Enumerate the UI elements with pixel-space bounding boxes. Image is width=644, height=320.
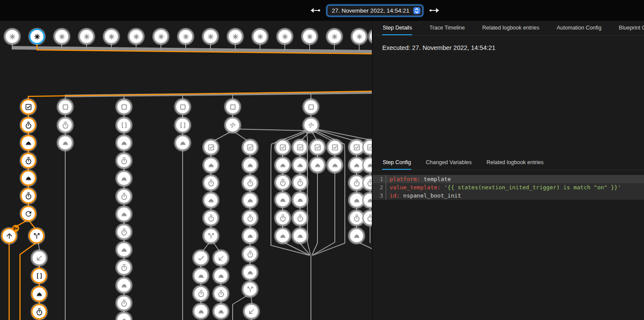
square-icon[interactable] — [225, 99, 240, 115]
timer-icon[interactable] — [242, 210, 258, 226]
timer-icon[interactable] — [20, 188, 36, 204]
tab-trace-timeline[interactable]: Trace Timeline — [429, 21, 465, 35]
dome-icon[interactable] — [213, 268, 229, 284]
dome-icon[interactable] — [349, 228, 364, 244]
square-icon[interactable] — [303, 99, 319, 115]
refresh-icon[interactable] — [20, 206, 36, 221]
timer-icon[interactable] — [213, 286, 229, 301]
dome-icon[interactable] — [292, 228, 308, 244]
timer-icon[interactable] — [242, 246, 258, 262]
dome-icon[interactable] — [193, 304, 209, 319]
previous-run-icon[interactable] — [310, 5, 321, 16]
tab-step-details[interactable]: Step Details — [382, 21, 412, 35]
decision-icon[interactable] — [303, 117, 319, 133]
dome-icon[interactable] — [193, 268, 209, 284]
dome-icon[interactable] — [203, 157, 219, 173]
decision-icon[interactable] — [225, 117, 240, 133]
tab-changed-variables[interactable]: Changed Variables — [425, 155, 472, 170]
dome-icon[interactable] — [20, 135, 36, 151]
next-run-icon[interactable] — [429, 5, 440, 16]
checkbox-icon[interactable] — [292, 139, 308, 155]
timer-icon[interactable] — [116, 153, 132, 168]
asterisk-icon[interactable] — [178, 29, 194, 44]
dome-icon[interactable] — [116, 135, 132, 151]
timer-icon[interactable] — [31, 304, 47, 320]
dome-icon[interactable] — [116, 277, 132, 293]
dome-icon[interactable] — [116, 171, 132, 186]
square-icon[interactable] — [57, 99, 73, 115]
square-icon[interactable] — [116, 99, 132, 115]
dome-icon[interactable] — [310, 157, 325, 173]
timer-icon[interactable] — [242, 175, 258, 191]
check-icon[interactable] — [193, 250, 209, 266]
arrow-down-left-icon[interactable] — [31, 250, 47, 266]
asterisk-icon[interactable] — [29, 29, 45, 44]
timer-icon[interactable] — [116, 295, 132, 311]
asterisk-icon[interactable] — [302, 29, 317, 44]
dome-icon[interactable] — [292, 192, 308, 208]
call-split-icon[interactable] — [203, 228, 219, 244]
arrow-up-icon[interactable]: 9+ — [1, 228, 17, 244]
asterisk-icon[interactable] — [103, 29, 119, 44]
dome-icon[interactable] — [242, 157, 258, 173]
dome-icon[interactable] — [327, 157, 343, 173]
checkbox-icon[interactable] — [242, 139, 258, 155]
dome-icon[interactable] — [213, 304, 229, 319]
timer-icon[interactable] — [203, 175, 219, 191]
asterisk-icon[interactable] — [4, 29, 20, 44]
dome-icon[interactable] — [275, 192, 290, 208]
checkbox-icon[interactable] — [310, 139, 325, 155]
dome-icon[interactable] — [242, 228, 258, 244]
asterisk-icon[interactable] — [203, 29, 218, 44]
square-icon[interactable] — [175, 99, 190, 115]
dome-icon[interactable] — [242, 264, 258, 280]
dome-icon[interactable] — [57, 135, 73, 151]
tab-blueprint-config[interactable]: Blueprint Config — [618, 21, 644, 35]
call-split-icon[interactable] — [29, 228, 44, 244]
checkbox-icon[interactable] — [20, 99, 36, 115]
timer-icon[interactable] — [116, 188, 132, 204]
arrow-down-left-icon[interactable] — [213, 250, 229, 266]
timer-icon[interactable] — [20, 117, 36, 133]
asterisk-icon[interactable] — [252, 29, 268, 44]
timer-icon[interactable] — [203, 210, 219, 226]
asterisk-icon[interactable] — [79, 29, 94, 44]
dome-icon[interactable] — [31, 286, 47, 302]
checkbox-icon[interactable] — [275, 139, 290, 155]
trace-graph-canvas[interactable]: 9+ — [0, 21, 372, 320]
dome-icon[interactable] — [116, 206, 132, 222]
timer-icon[interactable] — [116, 224, 132, 240]
checkbox-icon[interactable] — [203, 139, 219, 155]
brackets-icon[interactable] — [116, 117, 132, 133]
dome-icon[interactable] — [275, 228, 290, 244]
checkbox-icon[interactable] — [327, 139, 343, 155]
timer-icon[interactable] — [275, 210, 290, 226]
timer-icon[interactable] — [57, 117, 73, 133]
asterisk-icon[interactable] — [128, 29, 144, 44]
timer-icon[interactable] — [292, 175, 308, 190]
asterisk-icon[interactable] — [227, 29, 243, 44]
brackets-icon[interactable] — [31, 268, 47, 284]
dome-icon[interactable] — [20, 170, 36, 186]
brackets-icon[interactable] — [175, 117, 190, 133]
dome-icon[interactable] — [116, 242, 132, 257]
asterisk-icon[interactable] — [327, 29, 342, 44]
tab-related-logbook-entries[interactable]: Related logbook entries — [482, 21, 540, 35]
dome-icon[interactable] — [292, 157, 308, 173]
dome-icon[interactable] — [242, 192, 258, 208]
asterisk-icon[interactable] — [277, 29, 293, 44]
asterisk-icon[interactable] — [54, 29, 70, 44]
tab-step-config[interactable]: Step Config — [382, 155, 411, 170]
timer-icon[interactable] — [275, 175, 290, 190]
arrow-down-left-icon[interactable] — [244, 304, 259, 319]
timer-icon[interactable] — [292, 210, 308, 226]
dome-icon[interactable] — [275, 157, 290, 173]
timer-icon[interactable] — [20, 153, 36, 168]
timer-icon[interactable] — [116, 260, 132, 275]
call-split-icon[interactable] — [242, 281, 258, 297]
asterisk-icon[interactable] — [153, 29, 169, 44]
tab-automation-config[interactable]: Automation Config — [556, 21, 602, 35]
run-selector[interactable]: 27. November 2022, 14:54:21 — [327, 5, 423, 16]
tab-related-logbook-entries[interactable]: Related logbook entries — [486, 155, 544, 170]
asterisk-icon[interactable] — [351, 29, 367, 44]
